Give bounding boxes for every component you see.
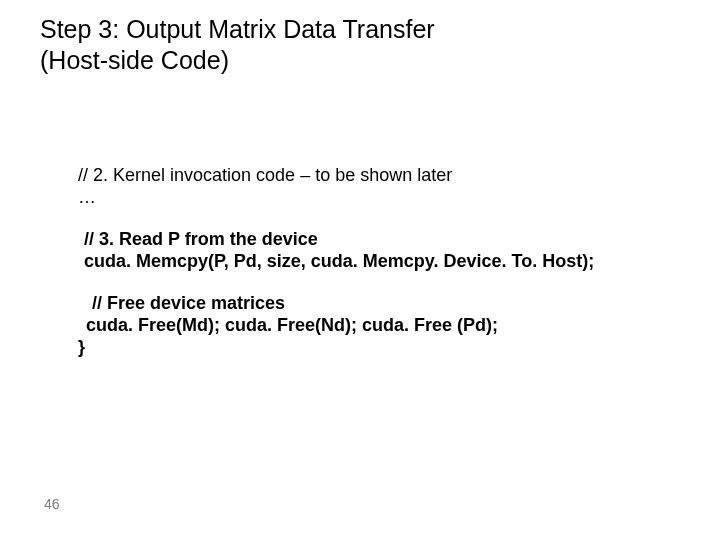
code-line: cuda. Free(Md); cuda. Free(Nd); cuda. Fr… bbox=[78, 315, 658, 337]
title-line-2: (Host-side Code) bbox=[40, 45, 640, 76]
code-line: cuda. Memcpy(P, Pd, size, cuda. Memcpy. … bbox=[84, 251, 658, 273]
code-line: // Free device matrices bbox=[78, 293, 658, 315]
page-number: 46 bbox=[44, 496, 60, 512]
slide-title: Step 3: Output Matrix Data Transfer (Hos… bbox=[40, 14, 640, 77]
code-line: // 3. Read P from the device bbox=[84, 229, 658, 251]
code-block-2: // 3. Read P from the device cuda. Memcp… bbox=[78, 229, 658, 273]
code-line: // 2. Kernel invocation code – to be sho… bbox=[78, 165, 658, 187]
code-line: … bbox=[78, 187, 658, 209]
slide-body: // 2. Kernel invocation code – to be sho… bbox=[78, 165, 658, 379]
code-block-3: // Free device matrices cuda. Free(Md); … bbox=[78, 293, 658, 359]
code-line: } bbox=[78, 337, 658, 359]
code-block-1: // 2. Kernel invocation code – to be sho… bbox=[78, 165, 658, 209]
slide: Step 3: Output Matrix Data Transfer (Hos… bbox=[0, 0, 720, 540]
title-line-1: Step 3: Output Matrix Data Transfer bbox=[40, 14, 640, 45]
